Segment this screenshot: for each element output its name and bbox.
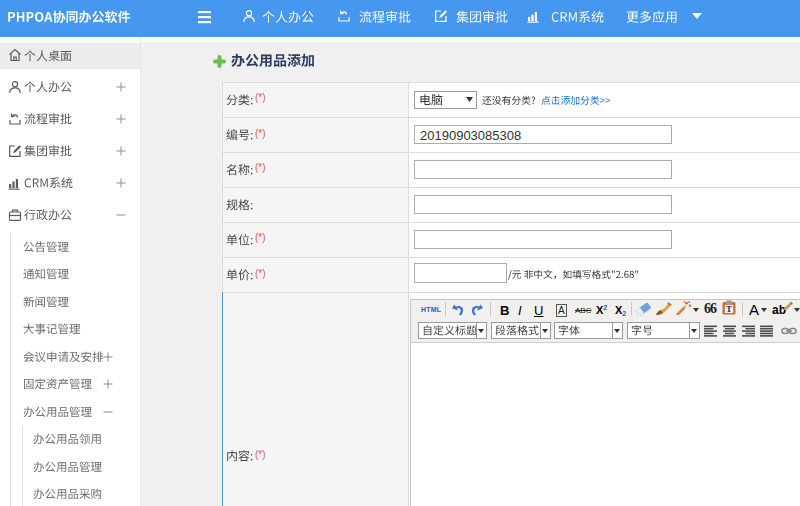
svg-text:T: T [726, 304, 732, 314]
